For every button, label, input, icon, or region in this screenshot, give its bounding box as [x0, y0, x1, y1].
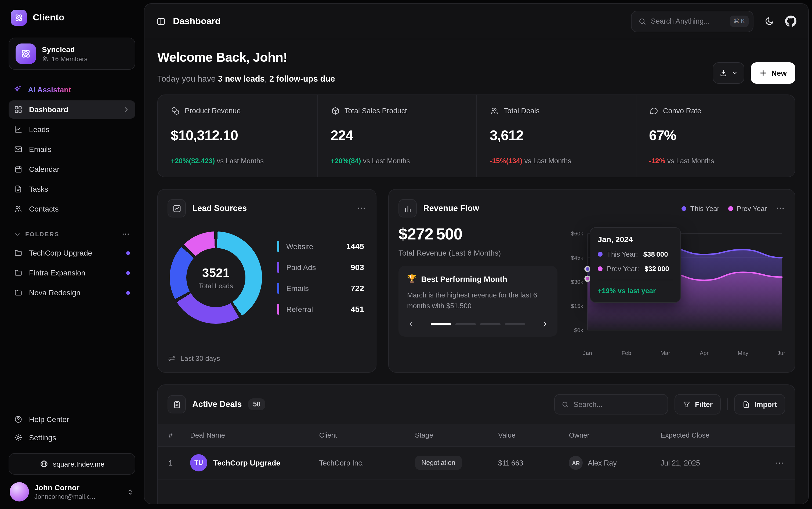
best-month-text: March is the highest revenue for the las…: [407, 290, 549, 312]
svg-text:Mar: Mar: [661, 350, 670, 356]
deals-search-input[interactable]: [574, 400, 661, 408]
help-circle-icon: [14, 415, 23, 423]
svg-text:$15k: $15k: [571, 303, 583, 309]
svg-text:Apr: Apr: [700, 350, 709, 356]
revenue-flow-card: Revenue Flow This Year Prev Year $272 50…: [388, 189, 796, 373]
chevron-left-icon[interactable]: [407, 320, 415, 328]
lead-sources-footer: Last 30 days: [168, 346, 366, 363]
folder-status-dot: [126, 291, 130, 295]
theme-toggle-moon-icon[interactable]: [764, 16, 774, 26]
svg-text:$45k: $45k: [571, 254, 583, 261]
file-text-icon: [14, 185, 23, 193]
deal-avatar: TU: [190, 454, 207, 471]
chart-line-icon: [168, 199, 186, 217]
deal-owner-cell: AR Alex Ray: [569, 456, 661, 470]
legend-item-paid-ads: Paid Ads 903: [277, 262, 364, 272]
folder-item-fintra-expansion[interactable]: Fintra Expansion: [9, 264, 135, 282]
row-menu-icon[interactable]: [775, 458, 784, 467]
user-email: Johncornor@mail.c...: [34, 493, 95, 500]
ai-assistant-label: AI Assistant: [28, 85, 71, 94]
lead-sources-donut-chart: 3521 Total Leads: [170, 231, 262, 324]
legend-item-referral: Referral 451: [277, 304, 364, 314]
svg-text:Jun: Jun: [777, 350, 785, 356]
search-icon: [638, 17, 647, 26]
deal-close-date: Jul 21, 2025: [661, 459, 760, 467]
folder-icon: [14, 288, 23, 297]
card-menu-icon[interactable]: [776, 203, 785, 213]
svg-text:$30k: $30k: [571, 279, 583, 285]
stat-total-deals: Total Deals 3,612 -15%(134) vs Last Mont…: [476, 95, 636, 177]
avatar: [10, 482, 29, 502]
carousel-bar[interactable]: [431, 323, 451, 326]
global-search[interactable]: ⌘ K: [631, 10, 753, 32]
svg-text:$0k: $0k: [574, 327, 583, 333]
chat-bubble-icon: [649, 106, 658, 115]
panel-toggle-icon[interactable]: [156, 16, 166, 26]
workspace-members: 16 Members: [42, 55, 87, 63]
sidebar-item-emails[interactable]: Emails: [9, 140, 135, 159]
stat-total-sales-product: Total Sales Product 224 +20%(84) vs Last…: [317, 95, 476, 177]
user-name: John Cornor: [34, 483, 95, 492]
stat-convo-rate: Convo Rate 67% -12% vs Last Months: [636, 95, 795, 177]
revenue-chart: $0k$15k$30k$45k$60kJanFebMarAprMayJun Ja…: [566, 225, 785, 363]
page-title: Dashboard: [173, 16, 221, 27]
table-row[interactable]: 1 TU TechCorp Upgrade TechCorp Inc. Nego…: [158, 447, 795, 479]
sparkles-icon: [13, 85, 22, 94]
card-menu-icon[interactable]: [357, 203, 366, 213]
svg-text:$60k: $60k: [571, 230, 583, 237]
total-leads-value: 3521: [202, 266, 230, 280]
chevron-down-icon: [14, 231, 21, 238]
total-leads-label: Total Leads: [199, 282, 233, 290]
export-button[interactable]: [713, 62, 744, 84]
sidebar-item-settings[interactable]: Settings: [9, 429, 135, 447]
stats-card: Product Revenue $10,312.10 +20%($2,423) …: [157, 95, 796, 177]
github-icon[interactable]: [785, 15, 797, 27]
sidebar-item-dashboard[interactable]: Dashboard: [9, 100, 135, 118]
folders-list: TechCorp Upgrade Fintra Expansion Nova R…: [9, 244, 135, 302]
global-search-input[interactable]: [651, 17, 725, 25]
domain-button[interactable]: square.Indev.me: [9, 453, 135, 475]
carousel-progress: [421, 323, 534, 326]
grid-icon: [14, 105, 23, 114]
sidebar-item-ai-assistant[interactable]: AI Assistant: [9, 80, 135, 98]
carousel-bar[interactable]: [505, 323, 525, 326]
filter-button[interactable]: Filter: [675, 394, 721, 414]
chevron-right-icon: [123, 106, 130, 113]
carousel-bar[interactable]: [480, 323, 501, 326]
folders-header[interactable]: FOLDERS: [9, 227, 135, 242]
clipboard-icon: [168, 395, 186, 413]
funnel-icon: [683, 400, 690, 408]
file-import-icon: [742, 400, 750, 408]
revenue-subtitle: Total Revenue (Last 6 Months): [399, 248, 557, 257]
gear-icon: [14, 433, 23, 442]
sidebar-item-contacts[interactable]: Contacts: [9, 200, 135, 218]
top-bar: Dashboard ⌘ K: [144, 4, 808, 39]
sidebar-item-calendar[interactable]: Calendar: [9, 160, 135, 178]
workspace-atom-icon: [15, 43, 36, 64]
sidebar-item-leads[interactable]: Leads: [9, 120, 135, 138]
legend-item-emails: Emails 722: [277, 283, 364, 294]
carousel-bar[interactable]: [455, 323, 476, 326]
lead-sources-card: Lead Sources 3521 Total Leads: [157, 189, 376, 373]
workspace-switcher[interactable]: Synclead 16 Members: [9, 38, 135, 70]
deal-client: TechCorp Inc.: [319, 459, 415, 467]
dashboard-content: Welcome Back, John! Today you have 3 new…: [144, 39, 808, 504]
folder-item-nova-redesign[interactable]: Nova Redesign: [9, 283, 135, 302]
folders-menu-icon[interactable]: [122, 230, 130, 238]
package-icon: [331, 106, 340, 115]
sidebar-item-tasks[interactable]: Tasks: [9, 180, 135, 198]
legend-item-website: Website 1445: [277, 241, 364, 251]
deals-table-header: # Deal Name Client Stage Value Owner Exp…: [158, 423, 795, 447]
calendar-icon: [14, 165, 23, 173]
svg-text:Feb: Feb: [621, 350, 631, 356]
chart-tooltip: Jan, 2024 This Year:$38 000 Prev Year:$3…: [590, 227, 681, 303]
sidebar-item-help-center[interactable]: Help Center: [9, 410, 135, 429]
deals-search[interactable]: [554, 394, 668, 414]
folder-item-techcorp-upgrade[interactable]: TechCorp Upgrade: [9, 244, 135, 262]
user-menu[interactable]: John Cornor Johncornor@mail.c...: [9, 482, 135, 502]
cliento-app: Cliento Synclead 16 Members AI Assistant…: [0, 0, 812, 509]
globe-icon: [39, 460, 48, 468]
chevron-right-icon[interactable]: [541, 320, 549, 328]
new-button[interactable]: New: [751, 62, 796, 84]
import-button[interactable]: Import: [734, 394, 785, 414]
